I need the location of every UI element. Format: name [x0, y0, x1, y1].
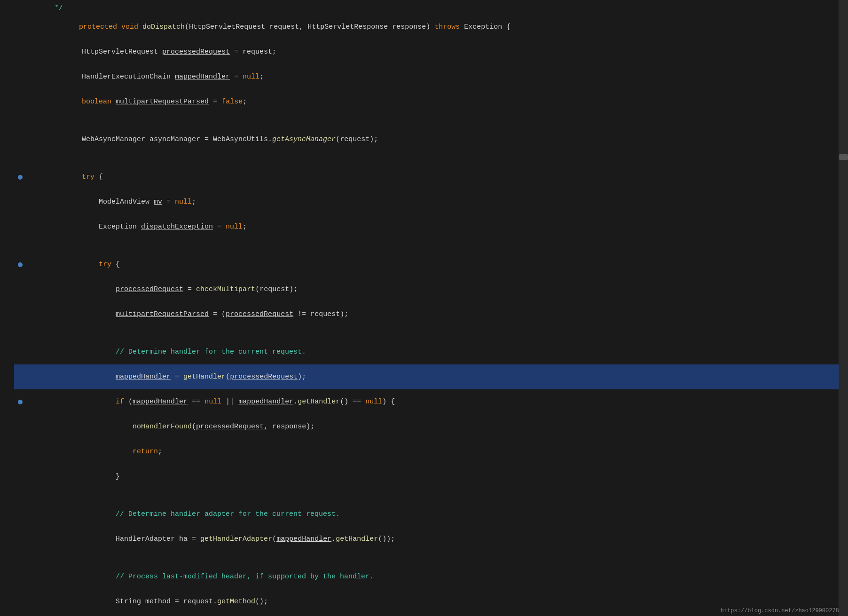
url-text: https://blog.csdn.net/zhao1299002788 [721, 608, 842, 614]
code-line-18: mappedHandler = getHandler(processedRequ… [14, 364, 839, 389]
code-line-21: return; [14, 439, 839, 464]
code-line-3: HttpServletRequest processedRequest = re… [14, 39, 839, 64]
code-text: // Process last-modified header, if supp… [14, 565, 374, 589]
code-text: processedRequest = checkMultipart(reques… [14, 277, 298, 301]
code-line-14: processedRequest = checkMultipart(reques… [14, 277, 839, 302]
code-line-24: // Determine handler adapter for the cur… [14, 502, 839, 527]
gutter [0, 0, 14, 616]
code-line-27: // Process last-modified header, if supp… [14, 564, 839, 589]
code-line-17: // Determine handler for the current req… [14, 340, 839, 364]
code-text: HandlerAdapter ha = getHandlerAdapter(ma… [14, 527, 395, 551]
code-line-4: HandlerExecutionChain mappedHandler = nu… [14, 64, 839, 89]
code-line-empty2 [14, 152, 839, 165]
code-text: noHandlerFound(processedRequest, respons… [14, 415, 314, 439]
bottom-url-bar: https://blog.csdn.net/zhao1299002788 [715, 606, 848, 616]
code-text: // Determine handler for the current req… [14, 340, 306, 364]
code-line-10: ModelAndView mv = null; [14, 190, 839, 214]
code-text: Exception dispatchException = null; [14, 215, 247, 239]
code-line-11: Exception dispatchException = null; [14, 214, 839, 239]
code-line-2: protected void doDispatch(HttpServletReq… [14, 15, 839, 39]
code-line-empty1 [14, 114, 839, 127]
code-line-7: WebAsyncManager asyncManager = WebAsyncU… [14, 127, 839, 152]
code-line-19: if (mappedHandler == null || mappedHandl… [14, 389, 839, 414]
code-text: HandlerExecutionChain mappedHandler = nu… [14, 65, 264, 89]
code-text: return; [14, 440, 162, 464]
code-text: protected void doDispatch(HttpServletReq… [28, 15, 510, 39]
code-line-13: try { [14, 252, 839, 277]
code-line-9: try { [14, 165, 839, 190]
code-line-25: HandlerAdapter ha = getHandlerAdapter(ma… [14, 527, 839, 552]
scrollbar-thumb[interactable] [839, 154, 848, 160]
code-line-empty3 [14, 239, 839, 252]
code-text: } [14, 465, 120, 489]
code-text: // Determine handler adapter for the cur… [14, 502, 340, 526]
code-line-20: noHandlerFound(processedRequest, respons… [14, 414, 839, 439]
code-line-15: multipartRequestParsed = (processedReque… [14, 302, 839, 327]
code-line-empty4 [14, 327, 839, 340]
code-line-1: */ [14, 2, 839, 15]
code-text: WebAsyncManager asyncManager = WebAsyncU… [14, 127, 378, 151]
code-editor: */ protected void doDispatch(HttpServlet… [0, 0, 848, 616]
code-line-empty5 [14, 489, 839, 502]
code-line-22: } [14, 464, 839, 489]
code-text: ModelAndView mv = null; [14, 190, 196, 214]
code-text: */ [38, 4, 63, 12]
code-line-empty6 [14, 552, 839, 564]
code-text: boolean multipartRequestParsed = false; [14, 90, 247, 114]
code-text: HttpServletRequest processedRequest = re… [14, 40, 276, 64]
scrollbar[interactable] [839, 0, 848, 616]
code-line-5: boolean multipartRequestParsed = false; [14, 89, 839, 114]
code-area: */ protected void doDispatch(HttpServlet… [14, 0, 839, 616]
code-text: mappedHandler = getHandler(processedRequ… [14, 365, 306, 389]
code-text: if (mappedHandler == null || mappedHandl… [14, 390, 395, 414]
code-text: multipartRequestParsed = (processedReque… [14, 302, 348, 326]
code-text: String method = request.getMethod(); [14, 590, 268, 614]
